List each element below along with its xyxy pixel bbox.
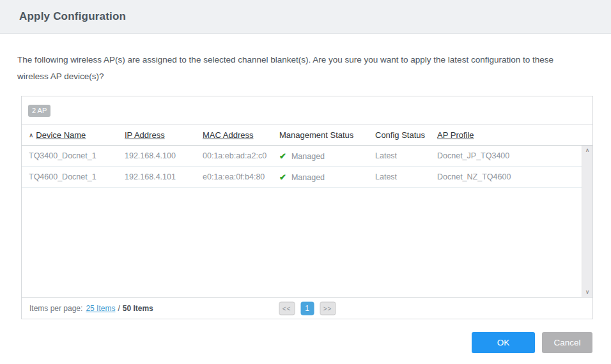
scroll-down-icon[interactable]: ∨: [585, 289, 590, 295]
table-header-row: ∧Device Name IP Address MAC Address Mana…: [22, 125, 592, 146]
apply-configuration-dialog: Apply Configuration The following wirele…: [0, 0, 611, 353]
table-body: TQ3400_Docnet_1 192.168.4.100 00:1a:eb:a…: [22, 146, 592, 297]
vertical-scrollbar[interactable]: ∧ ∨: [582, 146, 592, 297]
cell-device-name: TQ3400_Docnet_1: [29, 151, 125, 160]
table-row[interactable]: TQ3400_Docnet_1 192.168.4.100 00:1a:eb:a…: [22, 146, 582, 167]
cell-mac-address: e0:1a:ea:0f:b4:80: [203, 172, 279, 181]
sort-ascending-icon: ∧: [29, 132, 33, 139]
page-size-link[interactable]: 25 Items: [86, 304, 115, 313]
column-header-device-name[interactable]: ∧Device Name: [29, 130, 125, 140]
footer-separator: /: [118, 304, 120, 313]
managed-check-icon: ✔: [279, 151, 286, 161]
confirmation-message: The following wireless AP(s) are assigne…: [17, 52, 583, 85]
cell-config-status: Latest: [375, 172, 437, 181]
management-status-text: Managed: [291, 173, 325, 182]
items-per-page-label: Items per page:: [29, 304, 82, 313]
pagination-last-button[interactable]: >>: [320, 301, 336, 315]
cancel-button[interactable]: Cancel: [542, 332, 592, 353]
pagination-current-page[interactable]: 1: [300, 301, 314, 315]
column-header-mac-address[interactable]: MAC Address: [203, 130, 279, 140]
cell-management-status: ✔Managed: [279, 172, 375, 182]
cell-config-status: Latest: [375, 151, 437, 160]
ok-button[interactable]: OK: [472, 332, 535, 353]
cell-ap-profile: Docnet_JP_TQ3400: [437, 151, 582, 160]
pagination: << 1 >>: [279, 301, 336, 315]
table-toolbar: 2 AP: [22, 96, 592, 125]
managed-check-icon: ✔: [279, 172, 286, 182]
scroll-up-icon[interactable]: ∧: [585, 148, 590, 153]
column-header-ap-profile[interactable]: AP Profile: [437, 130, 592, 140]
pagination-first-button[interactable]: <<: [279, 301, 295, 315]
cell-mac-address: 00:1a:eb:ad:a2:c0: [203, 151, 279, 160]
ap-count-badge: 2 AP: [28, 105, 50, 117]
dialog-actions: OK Cancel: [0, 332, 592, 353]
management-status-text: Managed: [291, 152, 325, 161]
cell-ip-address: 192.168.4.100: [125, 151, 203, 160]
cell-device-name: TQ4600_Docnet_1: [29, 172, 125, 181]
cell-ap-profile: Docnet_NZ_TQ4600: [437, 172, 582, 181]
total-items-label: 50 Items: [123, 304, 153, 313]
table-row[interactable]: TQ4600_Docnet_1 192.168.4.101 e0:1a:ea:0…: [22, 167, 582, 188]
column-header-config-status: Config Status: [375, 130, 437, 140]
table-footer: Items per page: 25 Items / 50 Items << 1…: [22, 297, 592, 319]
page-title: Apply Configuration: [19, 10, 126, 23]
dialog-header: Apply Configuration: [0, 0, 611, 34]
column-header-management-status: Management Status: [279, 130, 375, 140]
cell-ip-address: 192.168.4.101: [125, 172, 203, 181]
ap-table-panel: 2 AP ∧Device Name IP Address MAC Address…: [21, 96, 593, 319]
column-header-ip-address[interactable]: IP Address: [125, 130, 203, 140]
cell-management-status: ✔Managed: [279, 151, 375, 161]
